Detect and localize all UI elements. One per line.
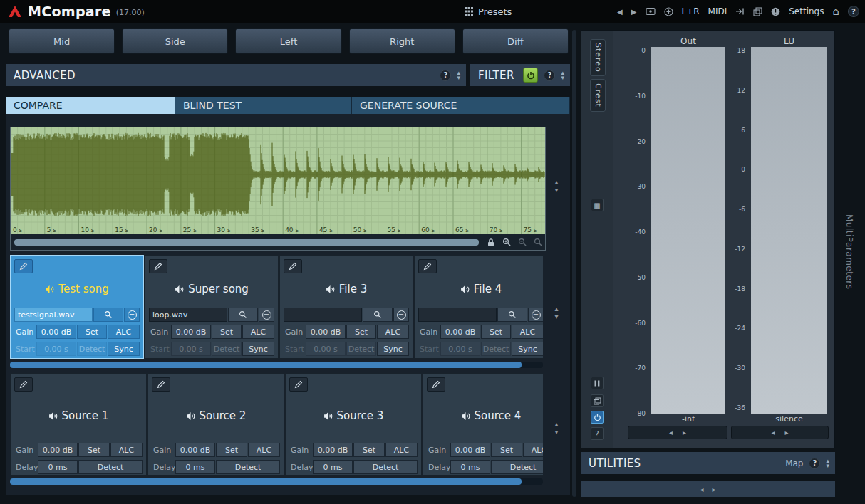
waveform-display[interactable]: 0 s 5 s 10 s 15 s 20 s 25 s 30 s 35 s 40… <box>11 127 545 234</box>
sync-button[interactable]: Sync <box>377 342 409 356</box>
utilities-slider[interactable]: ◂ ▸ <box>581 481 835 497</box>
waveform-scrollbar[interactable] <box>14 239 479 246</box>
detect-button[interactable]: Detect <box>212 342 242 356</box>
source-slot[interactable]: Source 2 Gain 0.00 dB Set ALC Delay 0 ms… <box>147 373 284 476</box>
zoom-out-icon[interactable] <box>517 237 528 248</box>
file-slot[interactable]: Test song testsignal.wav − Gain 0.00 dB … <box>10 255 144 359</box>
edit-button[interactable] <box>418 259 437 273</box>
gain-value[interactable]: 0.00 dB <box>306 325 346 339</box>
alc-button[interactable]: ALC <box>242 325 274 339</box>
alc-button[interactable]: ALC <box>110 443 143 457</box>
utilities-collapse-icon[interactable]: ▴ ▾ <box>826 458 829 468</box>
midi-button[interactable]: MIDI <box>708 6 727 16</box>
channel-button[interactable]: Left <box>235 28 341 54</box>
zoom-in-icon[interactable] <box>501 237 512 248</box>
file-slot[interactable]: File 3 − Gain 0.00 dB Set ALC Start 0.00… <box>279 255 413 359</box>
gain-value[interactable]: 0.00 dB <box>450 443 490 457</box>
advanced-collapse-icon[interactable]: ▴ ▾ <box>457 70 460 80</box>
channel-button[interactable]: Diff <box>462 28 569 54</box>
set-button[interactable]: Set <box>78 443 110 457</box>
sync-button[interactable]: Sync <box>242 342 274 356</box>
source-slot[interactable]: Source 4 Gain 0.00 dB Set ALC Delay 0 ms… <box>423 373 543 476</box>
edit-button[interactable] <box>284 259 302 273</box>
set-button[interactable]: Set <box>481 325 511 339</box>
lock-icon[interactable] <box>485 237 497 248</box>
detect-button[interactable]: Detect <box>481 342 511 356</box>
edit-button[interactable] <box>149 259 167 273</box>
browse-button[interactable] <box>228 308 258 322</box>
filter-collapse-icon[interactable]: ▴ ▾ <box>561 70 564 80</box>
remove-button[interactable]: − <box>528 308 543 322</box>
gain-value[interactable]: 0.00 dB <box>38 443 78 457</box>
multiparameters-panel-button[interactable]: MultiParameters <box>839 0 859 504</box>
gain-value[interactable]: 0.00 dB <box>36 325 76 339</box>
meter-help-icon[interactable]: ? <box>591 427 604 440</box>
remove-button[interactable]: − <box>124 308 140 322</box>
channel-button[interactable]: Side <box>122 28 228 54</box>
detect-button[interactable]: Detect <box>78 460 143 474</box>
zoom-fit-icon[interactable] <box>532 237 544 248</box>
out-meter-range-slider[interactable]: ◂ ▸ <box>628 426 727 439</box>
advanced-section-header[interactable]: ADVANCED ? ▴ ▾ <box>6 64 466 86</box>
set-button[interactable]: Set <box>353 443 385 457</box>
filter-section-header[interactable]: FILTER ? ▴ ▾ <box>470 64 570 86</box>
set-button[interactable]: Set <box>491 443 522 457</box>
gain-value[interactable]: 0.00 dB <box>440 325 480 339</box>
snapshot-icon[interactable] <box>646 7 656 16</box>
gain-value[interactable]: 0.00 dB <box>171 325 211 339</box>
start-value[interactable]: 0.00 s <box>171 342 211 356</box>
sync-button[interactable]: Sync <box>108 342 140 356</box>
filter-power-button[interactable] <box>523 68 538 83</box>
edit-button[interactable] <box>289 377 308 392</box>
melda-logo-icon[interactable] <box>7 4 23 19</box>
alc-button[interactable]: ALC <box>523 443 543 457</box>
start-value[interactable]: 0.00 s <box>440 342 480 356</box>
channel-button[interactable]: Right <box>349 28 455 54</box>
set-button[interactable]: Set <box>216 443 247 457</box>
prev-preset-icon[interactable]: ◀ <box>617 8 623 16</box>
lu-meter-range-slider[interactable]: ◂ ▸ <box>731 426 829 439</box>
delay-value[interactable]: 0 ms <box>38 460 78 474</box>
delay-value[interactable]: 0 ms <box>450 460 490 474</box>
remove-button[interactable]: − <box>393 308 409 322</box>
copy-icon[interactable] <box>753 7 762 16</box>
home-icon[interactable]: ⌂ <box>832 5 839 18</box>
delay-value[interactable]: 0 ms <box>175 460 215 474</box>
file-path-input[interactable] <box>418 308 497 322</box>
set-button[interactable]: Set <box>77 325 107 339</box>
browse-button[interactable] <box>363 308 393 322</box>
file-path-input[interactable]: testsignal.wav <box>14 308 93 322</box>
browse-button[interactable] <box>93 308 123 322</box>
source-slot[interactable]: Source 1 Gain 0.00 dB Set ALC Delay 0 ms… <box>10 373 147 476</box>
tab[interactable]: BLIND TEST <box>175 97 352 114</box>
set-button[interactable]: Set <box>346 325 376 339</box>
tab[interactable]: GENERATE SOURCE <box>352 97 570 114</box>
dock-icon[interactable] <box>735 7 745 16</box>
detect-button[interactable]: Detect <box>346 342 376 356</box>
file-path-input[interactable] <box>284 308 362 322</box>
panel-divider[interactable] <box>572 30 576 497</box>
edit-button[interactable] <box>152 377 170 392</box>
utilities-section-header[interactable]: UTILITIES Map ? ▴ ▾ <box>581 452 835 474</box>
alc-button[interactable]: ALC <box>108 325 140 339</box>
detect-button[interactable]: Detect <box>353 460 418 474</box>
delay-value[interactable]: 0 ms <box>313 460 353 474</box>
info-icon[interactable] <box>771 7 780 16</box>
detect-button[interactable]: Detect <box>491 460 543 474</box>
start-value[interactable]: 0.00 s <box>36 342 76 356</box>
settings-button[interactable]: Settings <box>789 6 824 16</box>
waveform-resize-stepper[interactable]: ▴ ▾ <box>546 178 567 194</box>
next-preset-icon[interactable]: ▶ <box>631 8 637 16</box>
alc-button[interactable]: ALC <box>248 443 280 457</box>
utilities-help-icon[interactable]: ? <box>809 458 820 469</box>
channel-button[interactable]: Mid <box>9 28 115 54</box>
remove-button[interactable]: − <box>259 308 274 322</box>
set-button[interactable]: Set <box>212 325 242 339</box>
scrollbar-thumb[interactable] <box>10 478 522 485</box>
detect-button[interactable]: Detect <box>77 342 107 356</box>
file-slot[interactable]: File 4 − Gain 0.00 dB Set ALC Start 0.00… <box>414 255 543 359</box>
alc-button[interactable]: ALC <box>377 325 409 339</box>
map-button[interactable]: Map <box>785 458 803 468</box>
source-row-scrollbar[interactable] <box>10 478 543 485</box>
add-icon[interactable] <box>664 7 673 16</box>
